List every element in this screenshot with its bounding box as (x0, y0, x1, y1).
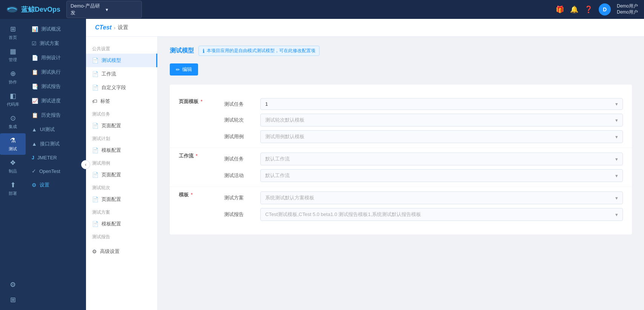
integrate-icon: ⊙ (10, 114, 16, 122)
nav-item-case-design[interactable]: 📄 用例设计 (26, 51, 86, 65)
settings-label-template-config-plan: 模板配置 (101, 221, 121, 227)
test-case-template-select[interactable]: 测试用例默认模板 ▾ (260, 130, 623, 143)
settings-label-tags: 标签 (100, 98, 110, 105)
nav-item-execution[interactable]: 📋 测试执行 (26, 65, 86, 79)
settings-item-page-config-case[interactable]: 📄 页面配置 (86, 168, 157, 182)
opentest-icon: ✓ (32, 168, 36, 174)
nav-item-opentest[interactable]: ✓ OpenTest (26, 164, 86, 178)
history-report-icon: 📋 (32, 112, 38, 118)
page-config-round-icon: 📄 (92, 196, 98, 202)
required-marker-1: * (201, 99, 203, 104)
settings-item-advanced[interactable]: ⚙ 高级设置 (86, 245, 157, 258)
nav-item-overview[interactable]: 📊 测试概况 (26, 22, 86, 36)
sidebar-label-coderepo: 代码库 (7, 102, 19, 107)
nav-item-interface-test[interactable]: ▲ 接口测试 (26, 137, 86, 151)
sidebar-item-cooperate[interactable]: ⊕ 协作 (0, 66, 26, 88)
settings-sidebar: 公共设置 📄 测试模型 📄 工作流 📄 自定义字段 🏷 标签 测试任务 (86, 37, 158, 310)
workflow-task-select[interactable]: 默认工作流 ▾ (260, 153, 623, 165)
group-label-scheme: 测试方案 (86, 206, 157, 217)
gear-icon: ⚙ (10, 281, 16, 289)
project-name: Demo-产品研发 (71, 3, 103, 16)
plan-template-select[interactable]: 系统测试默认方案模板 ▾ (260, 191, 623, 204)
project-selector[interactable]: Demo-产品研发 ▾ (66, 1, 142, 18)
sidebar-item-manage[interactable]: ▦ 管理 (0, 44, 26, 66)
nav-item-plan[interactable]: ☑ 测试方案 (26, 36, 86, 51)
settings-label-test-model: 测试模型 (101, 57, 121, 64)
cooperate-icon: ⊕ (10, 69, 16, 78)
settings-label-advanced: 高级设置 (100, 248, 120, 255)
nav-label-report: 测试报告 (41, 83, 61, 90)
bell-icon[interactable]: 🔔 (570, 5, 578, 14)
workflow-task-label: 测试任务 (224, 156, 254, 162)
report-template-placeholder: CTest测试模板,CTest 5.0 beta1.0 测试报告模板1,系统测试… (265, 211, 421, 218)
gift-icon[interactable]: 🎁 (556, 5, 564, 14)
overview-icon: 📊 (32, 26, 38, 32)
workflow-activity-select[interactable]: 默认工作流 ▾ (260, 169, 623, 182)
edit-button[interactable]: ✏ 编辑 (170, 63, 198, 76)
case-design-icon: 📄 (32, 55, 38, 61)
workflow-fields: 测试任务 默认工作流 ▾ 测试活动 默认工作流 ▾ (224, 153, 623, 182)
form-row-report-template: 测试报告 CTest测试模板,CTest 5.0 beta1.0 测试报告模板1… (224, 208, 623, 221)
settings-item-page-config-round[interactable]: 📄 页面配置 (86, 193, 157, 206)
sidebar-item-test[interactable]: ⚗ 测试 (0, 133, 26, 155)
edit-label: 编辑 (182, 66, 192, 73)
report-template-select[interactable]: CTest测试模板,CTest 5.0 beta1.0 测试报告模板1,系统测试… (260, 208, 623, 221)
test-round-template-placeholder: 测试轮次默认模板 (265, 117, 304, 123)
nav-item-report[interactable]: 📑 测试报告 (26, 79, 86, 94)
group-label-plan: 测试计划 (86, 133, 157, 143)
settings-item-custom-fields[interactable]: 📄 自定义字段 (86, 81, 157, 94)
avatar[interactable]: D (599, 3, 611, 15)
nav-label-jmeter: JMETER (37, 155, 57, 160)
help-icon[interactable]: ❓ (584, 5, 593, 14)
report-icon: 📑 (32, 83, 38, 89)
settings-item-template-config[interactable]: 📄 模板配置 (86, 143, 157, 157)
nav-label-opentest: OpenTest (39, 168, 60, 174)
settings-content: 测试模型 ℹ 本项目应用的是自由模式测试模型，可在此修改配置项 ✏ 编辑 (158, 37, 644, 310)
logo: 蓝鲸DevOps (6, 5, 60, 14)
nav-label-plan: 测试方案 (40, 40, 59, 47)
sidebar-item-settings-gear[interactable]: ⚙ (0, 278, 26, 292)
apps-icon: ⊞ (10, 296, 16, 304)
nav-item-ui-test[interactable]: ▲ UI测试 (26, 122, 86, 137)
logo-text: 蓝鲸DevOps (21, 5, 60, 14)
info-icon: ℹ (203, 48, 204, 54)
workflow-icon: 📄 (92, 71, 98, 77)
settings-item-test-model[interactable]: 📄 测试模型 (86, 54, 157, 67)
test-model-icon: 📄 (92, 57, 98, 63)
nav-item-jmeter[interactable]: J JMETER (26, 151, 86, 164)
form-group-template: 模板 * 测试方案 系统测试默认方案模板 ▾ (170, 187, 632, 225)
settings-item-tags[interactable]: 🏷 标签 (86, 94, 157, 108)
chevron-icon-6: ▾ (615, 195, 618, 201)
tags-icon: 🏷 (92, 98, 97, 104)
group-label-case: 测试用例 (86, 157, 157, 168)
user-subtitle: Demo用户 (617, 9, 638, 15)
settings-icon: ⚙ (32, 182, 37, 188)
plan-template-label: 测试方案 (224, 194, 254, 201)
svg-point-1 (8, 8, 9, 10)
sidebar-item-home[interactable]: ⊞ 首页 (0, 22, 26, 43)
sidebar-item-product[interactable]: ❖ 制品 (0, 156, 26, 177)
sidebar-item-apps[interactable]: ⊞ (0, 293, 26, 307)
collapse-button[interactable]: ‹ (81, 160, 90, 169)
sidebar-item-integrate[interactable]: ⊙ 集成 (0, 111, 26, 133)
section-title: 测试模型 (170, 47, 194, 55)
icon-sidebar: ⊞ 首页 ▦ 管理 ⊕ 协作 ◧ 代码库 ⊙ 集成 ⚗ 测试 ❖ 制品 ⬆ 部署 (0, 19, 26, 310)
test-task-template-select[interactable]: 1 ▾ (260, 98, 623, 110)
group-label-public: 公共设置 (86, 43, 157, 54)
test-round-template-select[interactable]: 测试轮次默认模板 ▾ (260, 114, 623, 126)
sidebar-item-coderepo[interactable]: ◧ 代码库 (0, 89, 26, 110)
sidebar-item-deploy[interactable]: ⬆ 部署 (0, 178, 26, 199)
nav-label-overview: 测试概况 (41, 26, 61, 32)
nav-item-progress[interactable]: 📈 测试进度 (26, 94, 86, 108)
nav-item-history-report[interactable]: 📋 历史报告 (26, 108, 86, 122)
group-label-round: 测试轮次 (86, 182, 157, 193)
nav-item-settings[interactable]: ⚙ 设置 (26, 178, 86, 192)
workflow-task-placeholder: 默认工作流 (265, 156, 290, 162)
settings-item-template-config-plan[interactable]: 📄 模板配置 (86, 217, 157, 231)
progress-icon: 📈 (32, 98, 38, 104)
home-icon: ⊞ (10, 25, 16, 33)
form-row-test-task-template: 测试任务 1 ▾ (224, 98, 623, 110)
settings-item-workflow[interactable]: 📄 工作流 (86, 67, 157, 81)
settings-item-page-config-task[interactable]: 📄 页面配置 (86, 119, 157, 133)
test-case-template-label: 测试用例 (224, 133, 254, 140)
